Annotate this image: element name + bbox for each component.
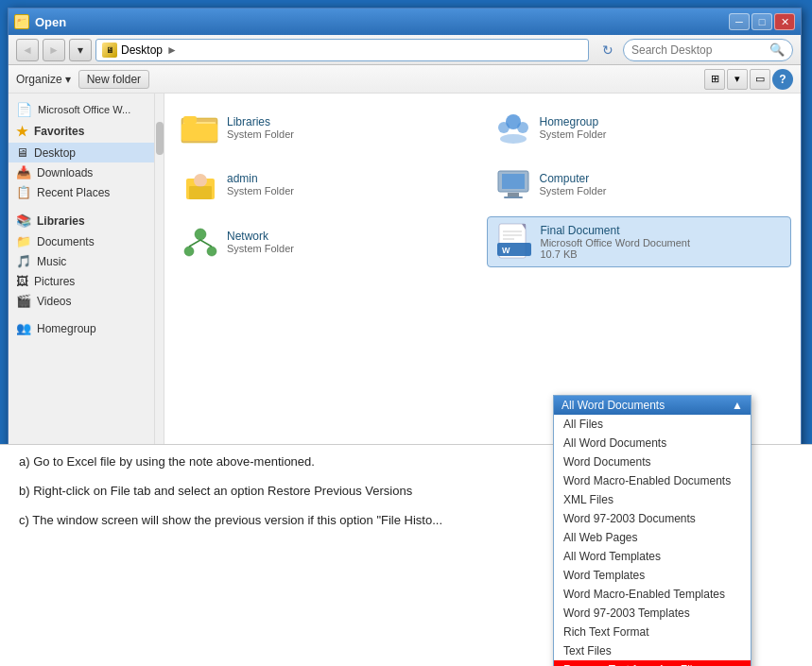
address-text: Desktop [121,43,163,57]
view-toggle-button[interactable]: ⊞ [704,69,725,90]
sidebar-item-downloads[interactable]: 📥 Downloads [9,162,164,182]
sidebar: 📄 Microsoft Office W... ★ Favorites 🖥 De… [9,94,164,462]
search-icon: 🔍 [769,43,785,57]
dropdown-item-xml[interactable]: XML Files [554,490,751,509]
file-item-network[interactable]: Network System Folder [174,216,479,267]
sidebar-item-desktop[interactable]: 🖥 Desktop [9,143,164,162]
file-grid: Libraries System Folder [174,103,791,267]
sidebar-item-homegroup-label: Homegroup [37,322,96,335]
dropdown-item-macro-templates[interactable]: Word Macro-Enabled Templates [554,585,751,604]
up-button[interactable]: ▾ [69,39,92,61]
help-button[interactable]: ? [772,69,793,90]
dropdown-item-text[interactable]: Text Files [554,641,751,660]
dropdown-header: All Word Documents ▲ [554,396,751,415]
computer-info: Computer System Folder [540,172,607,196]
maximize-button[interactable]: □ [752,13,772,30]
word-doc-icon: W [495,223,533,261]
dropdown-item-web-pages[interactable]: All Web Pages [554,528,751,547]
sidebar-item-pictures-label: Pictures [34,275,75,288]
dropdown-item-recover-text[interactable]: Recover Text from Any File [554,660,751,666]
address-bar: 🖥 Desktop ► [95,39,589,61]
network-info: Network System Folder [227,230,294,254]
dropdown-item-word-templates[interactable]: Word Templates [554,566,751,585]
view-dropdown-button[interactable]: ▾ [727,69,748,90]
file-item-homegroup[interactable]: Homegroup System Folder [487,103,792,152]
homegroup-name: Homegroup [540,115,607,128]
dropdown-item-all-templates[interactable]: All Word Templates [554,547,751,566]
homegroup-file-icon [494,109,532,146]
final-document-info: Final Document Microsoft Office Word Doc… [541,224,691,260]
network-name: Network [227,230,294,243]
downloads-icon: 📥 [16,165,31,179]
sidebar-scrollbar-thumb[interactable] [156,122,164,155]
homegroup-icon: 👥 [16,321,31,335]
svg-line-20 [200,240,212,247]
address-arrow: ► [166,43,178,57]
sidebar-item-pictures[interactable]: 🖼 Pictures [9,271,164,291]
favorites-label: Favorites [34,125,84,138]
svg-rect-15 [504,196,523,198]
msoffice-icon: 📄 [16,102,32,117]
organize-button[interactable]: Organize ▾ [16,73,71,86]
svg-point-8 [500,134,527,144]
search-input[interactable] [631,43,769,57]
dropdown-item-97-templates[interactable]: Word 97-2003 Templates [554,604,751,623]
file-item-admin[interactable]: admin System Folder [174,160,479,209]
file-item-final-document[interactable]: W Final Document Microsoft Office Word D… [487,216,792,267]
music-icon: 🎵 [16,254,31,268]
msoffice-label: Microsoft Office W... [38,104,130,115]
minimize-button[interactable]: ─ [729,13,750,30]
svg-rect-14 [508,193,519,196]
svg-point-10 [194,174,207,187]
svg-point-17 [184,247,194,256]
svg-rect-3 [181,124,217,141]
recent-icon: 📋 [16,185,31,199]
sidebar-libraries-header: 📚 Libraries [9,210,164,231]
svg-point-16 [195,229,206,240]
file-item-computer[interactable]: Computer System Folder [487,160,792,209]
close-button[interactable]: ✕ [774,13,795,30]
dropdown-item-rtf[interactable]: Rich Text Format [554,623,751,641]
back-button[interactable]: ◄ [16,39,39,61]
svg-text:W: W [502,246,510,255]
admin-file-icon [181,165,219,203]
sidebar-item-videos[interactable]: 🎬 Videos [9,291,164,311]
dropdown-item-all-files[interactable]: All Files [554,415,751,434]
admin-type: System Folder [227,185,294,196]
libraries-info: Libraries System Folder [227,115,294,140]
dropdown-item-word-macro[interactable]: Word Macro-Enabled Documents [554,471,751,490]
sidebar-scrollbar [154,94,164,462]
svg-line-19 [189,240,200,247]
sidebar-item-music[interactable]: 🎵 Music [9,251,164,271]
svg-rect-13 [502,174,525,189]
sidebar-item-recent[interactable]: 📋 Recent Places [9,182,164,202]
view-buttons: ⊞ ▾ ▭ ? [704,69,793,90]
details-pane-button[interactable]: ▭ [750,69,770,90]
sidebar-item-documents[interactable]: 📁 Documents [9,231,164,251]
sidebar-item-desktop-label: Desktop [34,146,76,160]
sidebar-item-homegroup[interactable]: 👥 Homegroup [9,318,164,338]
new-folder-label: New folder [87,73,141,86]
filetype-dropdown-menu: All Word Documents ▲ All Files All Word … [553,395,752,666]
dropdown-item-word-97[interactable]: Word 97-2003 Documents [554,509,751,528]
dropdown-header-arrow: ▲ [732,399,743,412]
svg-rect-11 [189,186,212,199]
new-folder-button[interactable]: New folder [78,70,149,89]
organize-arrow: ▾ [65,73,71,86]
sidebar-item-msoffice[interactable]: 📄 Microsoft Office W... [9,99,164,120]
libraries-icon: 📚 [16,213,31,228]
sidebar-item-downloads-label: Downloads [37,166,93,179]
dropdown-header-text: All Word Documents [561,399,665,412]
computer-type: System Folder [540,185,607,196]
window-icon: 📁 [14,14,29,29]
forward-button[interactable]: ► [43,39,65,61]
computer-file-icon [494,165,532,203]
navigation-toolbar: ◄ ► ▾ 🖥 Desktop ► ↻ 🔍 [9,35,801,65]
homegroup-info: Homegroup System Folder [540,115,607,140]
videos-icon: 🎬 [16,294,31,308]
dropdown-item-all-word-docs[interactable]: All Word Documents [554,434,751,453]
admin-info: admin System Folder [227,172,294,196]
dropdown-item-word-docs[interactable]: Word Documents [554,453,751,471]
refresh-button[interactable]: ↻ [596,39,619,61]
file-item-libraries[interactable]: Libraries System Folder [174,103,479,152]
